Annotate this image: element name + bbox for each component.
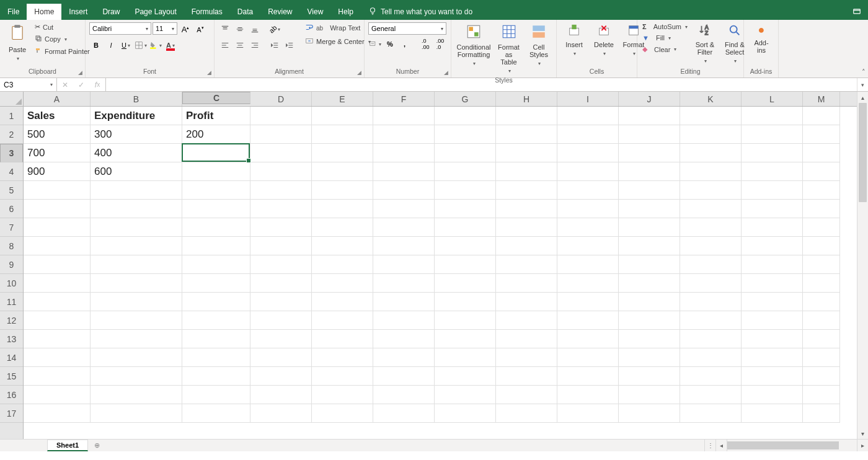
addins-button[interactable]: ● Add-ins bbox=[748, 22, 775, 55]
cell-F12[interactable] bbox=[373, 311, 435, 330]
cell-A2[interactable]: 500 bbox=[24, 125, 91, 144]
cell-M11[interactable] bbox=[803, 293, 840, 311]
increase-decimal-button[interactable]: .0.00 bbox=[418, 37, 432, 51]
cell-J1[interactable] bbox=[619, 107, 680, 125]
cell-F7[interactable] bbox=[373, 218, 435, 237]
cell-E8[interactable] bbox=[312, 237, 373, 255]
cell-K16[interactable] bbox=[680, 386, 742, 404]
italic-button[interactable]: I bbox=[104, 38, 118, 52]
cells-area[interactable]: SalesExpenditureProfit500300200700400900… bbox=[24, 107, 857, 423]
cell-G17[interactable] bbox=[435, 404, 496, 423]
scroll-left-button[interactable]: ◂ bbox=[715, 440, 727, 451]
cell-D12[interactable] bbox=[250, 311, 312, 330]
row-header-16[interactable]: 16 bbox=[0, 386, 23, 404]
cell-B5[interactable] bbox=[91, 181, 182, 200]
cell-L5[interactable] bbox=[742, 181, 803, 200]
cell-G10[interactable] bbox=[435, 274, 496, 293]
cell-M8[interactable] bbox=[803, 237, 840, 255]
cell-D14[interactable] bbox=[250, 348, 312, 367]
cancel-formula-button[interactable]: ✕ bbox=[57, 81, 73, 89]
row-header-9[interactable]: 9 bbox=[0, 255, 23, 274]
cell-B6[interactable] bbox=[91, 200, 182, 218]
cell-F6[interactable] bbox=[373, 200, 435, 218]
cell-E10[interactable] bbox=[312, 274, 373, 293]
cell-H8[interactable] bbox=[496, 237, 557, 255]
cell-G14[interactable] bbox=[435, 348, 496, 367]
cell-J2[interactable] bbox=[619, 125, 680, 144]
cell-L8[interactable] bbox=[742, 237, 803, 255]
cell-A7[interactable] bbox=[24, 218, 91, 237]
percent-button[interactable]: % bbox=[383, 37, 397, 51]
row-header-4[interactable]: 4 bbox=[0, 162, 23, 181]
cell-A16[interactable] bbox=[24, 386, 91, 404]
cell-I2[interactable] bbox=[557, 125, 619, 144]
align-right-button[interactable] bbox=[248, 38, 262, 52]
delete-cells-button[interactable]: Delete▾ bbox=[590, 22, 618, 58]
column-header-H[interactable]: H bbox=[496, 92, 557, 106]
row-header-10[interactable]: 10 bbox=[0, 274, 23, 293]
cell-F4[interactable] bbox=[373, 162, 435, 181]
select-all-triangle[interactable] bbox=[0, 92, 23, 107]
cell-L12[interactable] bbox=[742, 311, 803, 330]
cell-C8[interactable] bbox=[182, 237, 250, 255]
cell-M3[interactable] bbox=[803, 144, 840, 162]
cell-L7[interactable] bbox=[742, 218, 803, 237]
cell-C4[interactable] bbox=[182, 162, 250, 181]
cell-A4[interactable]: 900 bbox=[24, 162, 91, 181]
increase-indent-button[interactable] bbox=[283, 38, 296, 52]
number-format-select[interactable]: General▾ bbox=[368, 22, 446, 35]
copy-button[interactable]: Copy▾ bbox=[33, 34, 91, 44]
cell-A11[interactable] bbox=[24, 293, 91, 311]
cell-I10[interactable] bbox=[557, 274, 619, 293]
cell-F17[interactable] bbox=[373, 404, 435, 423]
cell-K9[interactable] bbox=[680, 255, 742, 274]
cell-J13[interactable] bbox=[619, 330, 680, 348]
scroll-right-button[interactable]: ▸ bbox=[857, 440, 868, 451]
cell-H14[interactable] bbox=[496, 348, 557, 367]
fill-button[interactable]: ▼ Fill▾ bbox=[641, 33, 689, 42]
column-header-L[interactable]: L bbox=[742, 92, 803, 106]
cell-K3[interactable] bbox=[680, 144, 742, 162]
cell-M15[interactable] bbox=[803, 367, 840, 386]
cell-A8[interactable] bbox=[24, 237, 91, 255]
hscroll-track[interactable] bbox=[727, 440, 857, 451]
cell-E15[interactable] bbox=[312, 367, 373, 386]
cell-J8[interactable] bbox=[619, 237, 680, 255]
comma-button[interactable]: , bbox=[398, 37, 412, 51]
cell-B14[interactable] bbox=[91, 348, 182, 367]
cell-E9[interactable] bbox=[312, 255, 373, 274]
cell-J12[interactable] bbox=[619, 311, 680, 330]
cell-C17[interactable] bbox=[182, 404, 250, 423]
cell-L11[interactable] bbox=[742, 293, 803, 311]
column-header-J[interactable]: J bbox=[619, 92, 680, 106]
align-top-button[interactable] bbox=[218, 22, 232, 36]
cell-D3[interactable] bbox=[250, 144, 312, 162]
cell-B9[interactable] bbox=[91, 255, 182, 274]
cell-A12[interactable] bbox=[24, 311, 91, 330]
cell-M14[interactable] bbox=[803, 348, 840, 367]
tab-insert[interactable]: Insert bbox=[61, 4, 95, 20]
cell-G13[interactable] bbox=[435, 330, 496, 348]
cell-B1[interactable]: Expenditure bbox=[91, 107, 182, 125]
new-sheet-button[interactable]: ⊕ bbox=[88, 440, 105, 451]
cell-I6[interactable] bbox=[557, 200, 619, 218]
cell-M4[interactable] bbox=[803, 162, 840, 181]
clear-button[interactable]: ◆ Clear▾ bbox=[641, 45, 689, 54]
cell-I1[interactable] bbox=[557, 107, 619, 125]
cell-F2[interactable] bbox=[373, 125, 435, 144]
cell-A5[interactable] bbox=[24, 181, 91, 200]
cell-F15[interactable] bbox=[373, 367, 435, 386]
cell-B15[interactable] bbox=[91, 367, 182, 386]
cell-A10[interactable] bbox=[24, 274, 91, 293]
cell-B2[interactable]: 300 bbox=[91, 125, 182, 144]
cell-K17[interactable] bbox=[680, 404, 742, 423]
tell-me[interactable]: Tell me what you want to do bbox=[368, 4, 472, 20]
cell-E16[interactable] bbox=[312, 386, 373, 404]
grow-font-button[interactable]: A▴ bbox=[179, 22, 192, 36]
cell-F3[interactable] bbox=[373, 144, 435, 162]
sort-filter-button[interactable]: AZ Sort & Filter▾ bbox=[691, 22, 719, 65]
cell-C13[interactable] bbox=[182, 330, 250, 348]
expand-formula-bar-button[interactable]: ▾ bbox=[857, 78, 868, 91]
cell-K6[interactable] bbox=[680, 200, 742, 218]
column-header-B[interactable]: B bbox=[91, 92, 182, 106]
